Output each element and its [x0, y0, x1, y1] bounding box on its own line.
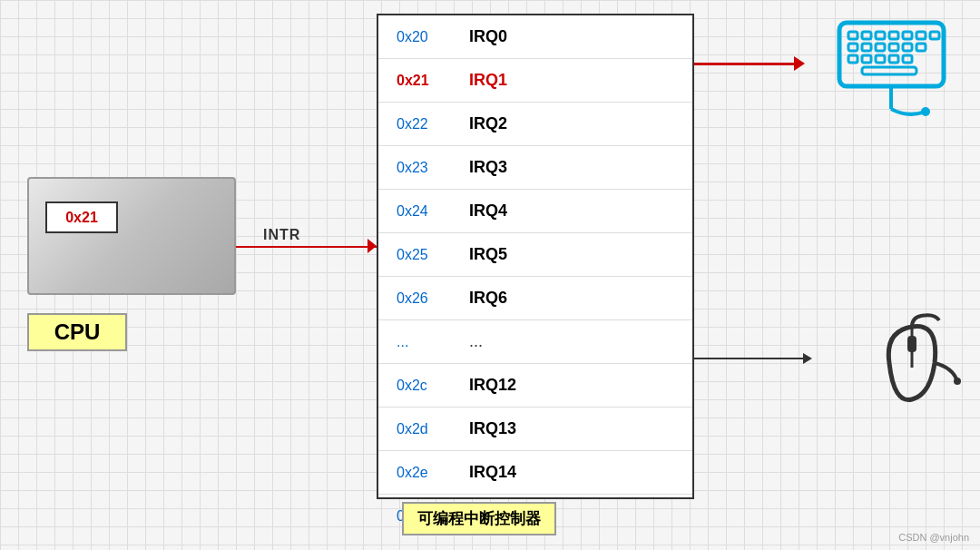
diagram-scene: 0x21 CPU INTR 0×21 0x20 IRQ0 0x21 IRQ1 0… [0, 0, 980, 550]
svg-rect-14 [848, 55, 858, 63]
pic-row-irq5: 0x25 IRQ5 [378, 233, 692, 277]
pic-irq1: IRQ1 [469, 71, 507, 90]
pic-irq0: IRQ0 [469, 27, 507, 46]
svg-rect-13 [916, 44, 926, 51]
pic-irq13: IRQ13 [469, 419, 516, 438]
pic-row-irq12: 0x2c IRQ12 [378, 364, 692, 408]
pic-addr-0x26: 0x26 [397, 290, 469, 307]
svg-rect-12 [903, 44, 912, 51]
svg-rect-3 [876, 32, 885, 39]
pic-irq14: IRQ14 [469, 463, 516, 482]
cpu-address-label: 0x21 [65, 210, 98, 226]
pic-row-irq14: 0x2e IRQ14 [378, 451, 692, 495]
cpu-label: CPU [27, 313, 127, 351]
pic-addr-0x2e: 0x2e [397, 465, 469, 481]
pic-addr-0x25: 0x25 [397, 247, 469, 263]
irq1-arrow-head [794, 56, 805, 71]
pic-addr-0x20: 0x20 [397, 29, 469, 45]
pic-addr-dots: ... [397, 334, 469, 350]
pic-addr-0x2c: 0x2c [397, 378, 469, 394]
svg-rect-7 [930, 32, 939, 39]
mouse-icon [862, 313, 962, 413]
svg-rect-19 [862, 67, 916, 74]
pic-irq-dots: ... [469, 332, 483, 351]
pic-row-irq1: 0x21 IRQ1 [378, 59, 692, 103]
svg-rect-5 [903, 32, 912, 39]
pic-irq2: IRQ2 [469, 114, 507, 133]
svg-point-21 [921, 107, 930, 116]
svg-rect-16 [876, 55, 885, 63]
pic-irq5: IRQ5 [469, 245, 507, 264]
pic-row-irq4: 0x24 IRQ4 [378, 190, 692, 233]
intr-arrow [368, 239, 377, 253]
cpu-box: 0x21 [27, 177, 236, 295]
intr-label: INTR [263, 227, 300, 243]
keyboard-icon [835, 14, 962, 123]
irq12-arrow-head [803, 353, 812, 364]
svg-rect-10 [876, 44, 885, 51]
irq1-to-keyboard-arrow [694, 56, 805, 71]
pic-addr-0x2d: 0x2d [397, 421, 469, 437]
intr-line [236, 246, 377, 248]
irq12-to-mouse-arrow [694, 353, 812, 364]
irq12-arrow-line [694, 358, 803, 359]
watermark: CSDN @vnjohn [898, 532, 969, 543]
svg-rect-8 [848, 44, 858, 51]
pic-container: 0x20 IRQ0 0x21 IRQ1 0x22 IRQ2 0x23 IRQ3 … [377, 14, 694, 499]
svg-rect-23 [907, 336, 916, 352]
svg-rect-15 [862, 55, 871, 63]
svg-rect-1 [848, 32, 858, 39]
pic-row-irq3: 0x23 IRQ3 [378, 146, 692, 190]
cpu-address-box: 0x21 [45, 201, 118, 233]
pic-row-irq13: 0x2d IRQ13 [378, 408, 692, 451]
pic-addr-0x22: 0x22 [397, 116, 469, 133]
svg-rect-17 [889, 55, 898, 63]
pic-irq4: IRQ4 [469, 201, 507, 221]
pic-row-irq2: 0x22 IRQ2 [378, 103, 692, 146]
svg-rect-9 [862, 44, 871, 51]
svg-rect-2 [862, 32, 871, 39]
svg-rect-4 [889, 32, 898, 39]
pic-irq3: IRQ3 [469, 158, 507, 177]
svg-rect-6 [916, 32, 926, 39]
pic-addr-0x21: 0x21 [397, 73, 469, 89]
svg-rect-11 [889, 44, 898, 51]
pic-row-irq0: 0x20 IRQ0 [378, 15, 692, 59]
irq1-arrow-line [694, 63, 794, 65]
pic-irq6: IRQ6 [469, 289, 507, 308]
pic-irq12: IRQ12 [469, 376, 516, 395]
pic-addr-0x24: 0x24 [397, 203, 469, 220]
pic-label: 可编程中断控制器 [402, 502, 556, 535]
pic-addr-0x23: 0x23 [397, 160, 469, 176]
svg-rect-18 [903, 55, 912, 63]
pic-row-irq6: 0x26 IRQ6 [378, 277, 692, 320]
svg-point-24 [954, 378, 961, 385]
pic-row-dots: ... ... [378, 320, 692, 364]
